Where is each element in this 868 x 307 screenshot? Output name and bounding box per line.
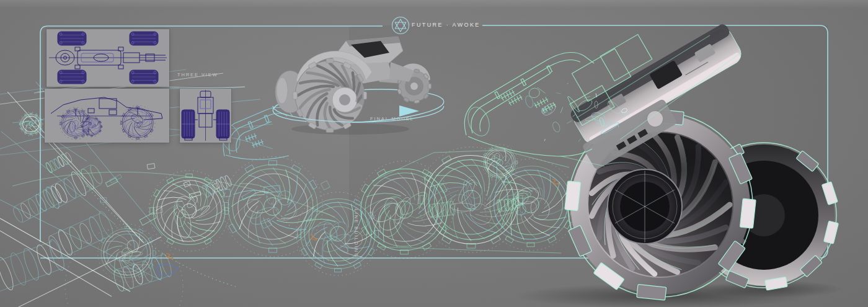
stage-label-three-view: THREE VIEW (177, 72, 218, 78)
stage-label-line-building: LINE BUILDING (353, 209, 359, 258)
concept-art-board: FUTURE · AWOKE THREE VIEW FINAL MODEL LI… (0, 0, 868, 307)
front-view-blueprint-drawing (180, 89, 231, 143)
side-view-blueprint-drawing (45, 89, 169, 143)
top-view-blueprint-panel (46, 29, 169, 87)
front-view-blueprint-panel (180, 89, 231, 143)
side-view-blueprint-panel (45, 89, 169, 143)
stage-label-final-model: FINAL MODEL (370, 116, 414, 122)
page-title: FUTURE · AWOKE (412, 22, 480, 28)
top-view-blueprint-drawing (46, 29, 169, 87)
